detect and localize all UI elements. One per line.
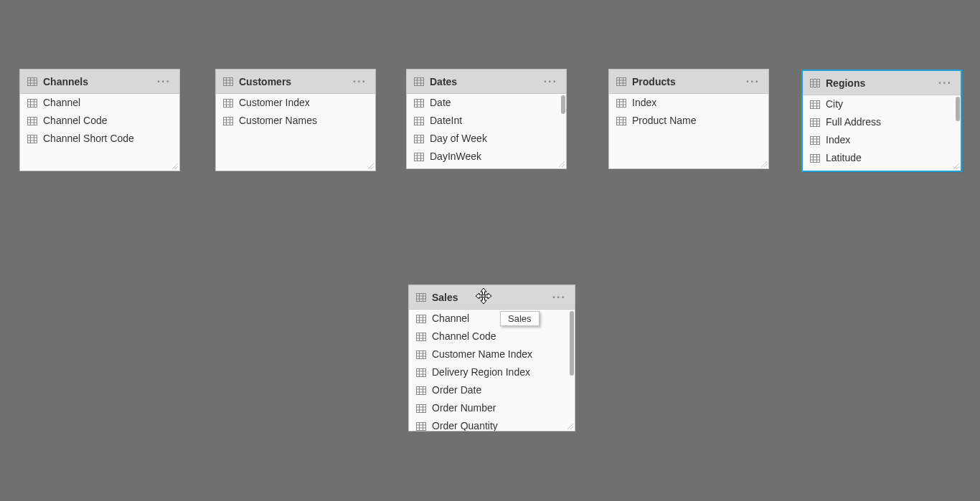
field-label: Full Address bbox=[826, 115, 881, 129]
field-row[interactable]: City bbox=[803, 95, 961, 113]
field-row[interactable]: DateInt bbox=[407, 112, 566, 130]
scrollbar-thumb[interactable] bbox=[561, 95, 565, 114]
svg-rect-27 bbox=[224, 99, 233, 107]
field-label: Product Name bbox=[632, 114, 696, 128]
field-label: Customer Name Index bbox=[432, 348, 532, 361]
more-options-icon[interactable]: ··· bbox=[745, 75, 761, 88]
field-row[interactable]: Order Number bbox=[409, 399, 575, 417]
svg-rect-110 bbox=[417, 293, 426, 301]
field-label: Latitude bbox=[826, 151, 862, 165]
svg-rect-54 bbox=[415, 135, 424, 143]
table-header[interactable]: Sales ··· bbox=[409, 285, 575, 310]
table-title: Products bbox=[632, 76, 745, 87]
field-label: Index bbox=[826, 133, 850, 147]
more-options-icon[interactable]: ··· bbox=[352, 75, 368, 88]
column-icon bbox=[810, 100, 820, 109]
svg-rect-140 bbox=[417, 404, 426, 412]
svg-line-20 bbox=[172, 163, 178, 169]
column-icon bbox=[416, 368, 426, 377]
column-icon bbox=[416, 386, 426, 395]
field-label: Order Date bbox=[432, 383, 481, 397]
table-card-dates[interactable]: Dates ··· Date DateInt Day of Week DayIn… bbox=[406, 69, 567, 169]
svg-line-151 bbox=[570, 426, 573, 429]
field-label: Delivery Region Index bbox=[432, 366, 530, 379]
table-header[interactable]: Regions ··· bbox=[803, 71, 961, 95]
table-body: Channel Channel Code Channel Short Code bbox=[20, 94, 179, 171]
column-icon bbox=[416, 350, 426, 359]
table-card-customers[interactable]: Customers ··· Customer Index Customer Na… bbox=[215, 69, 376, 171]
svg-rect-10 bbox=[28, 117, 37, 125]
field-row[interactable]: Day of Week bbox=[407, 130, 566, 148]
field-row[interactable]: Index bbox=[609, 94, 768, 112]
field-row[interactable]: Order Date bbox=[409, 381, 575, 399]
svg-rect-0 bbox=[28, 77, 37, 85]
field-row[interactable]: Date bbox=[407, 94, 566, 112]
svg-rect-59 bbox=[415, 153, 424, 161]
svg-rect-115 bbox=[417, 315, 426, 323]
field-row[interactable]: Channel bbox=[409, 310, 575, 328]
field-row[interactable]: Index bbox=[803, 131, 961, 149]
column-icon bbox=[416, 404, 426, 413]
table-header[interactable]: Customers ··· bbox=[216, 70, 375, 94]
svg-rect-83 bbox=[811, 79, 820, 87]
table-icon bbox=[414, 77, 424, 86]
table-title: Sales bbox=[432, 292, 551, 303]
field-row[interactable]: Channel bbox=[20, 94, 179, 112]
more-options-icon[interactable]: ··· bbox=[551, 291, 567, 304]
field-row[interactable]: Channel Code bbox=[20, 112, 179, 130]
table-icon bbox=[27, 77, 37, 86]
column-icon bbox=[416, 315, 426, 323]
more-options-icon[interactable]: ··· bbox=[937, 77, 953, 90]
field-row[interactable]: Product Name bbox=[609, 112, 768, 130]
field-row[interactable]: Channel Code bbox=[409, 328, 575, 345]
table-header[interactable]: Channels ··· bbox=[20, 70, 179, 94]
svg-rect-98 bbox=[811, 136, 820, 144]
table-card-sales[interactable]: Sales ··· Channel Channel Code Customer … bbox=[408, 285, 575, 431]
table-header[interactable]: Products ··· bbox=[609, 70, 768, 94]
svg-rect-44 bbox=[415, 99, 424, 107]
field-label: Channel Code bbox=[432, 330, 496, 343]
svg-rect-88 bbox=[811, 100, 820, 108]
field-row[interactable]: Customer Index bbox=[216, 94, 375, 112]
svg-rect-103 bbox=[811, 154, 820, 162]
resize-grip-icon[interactable] bbox=[566, 422, 573, 429]
resize-grip-icon[interactable] bbox=[760, 160, 767, 167]
column-icon bbox=[414, 117, 424, 125]
field-label: Customer Names bbox=[239, 114, 317, 128]
column-icon bbox=[223, 117, 233, 125]
svg-rect-76 bbox=[617, 117, 626, 125]
field-row[interactable]: Latitude bbox=[803, 149, 961, 167]
table-card-products[interactable]: Products ··· Index Product Name bbox=[608, 69, 769, 169]
field-row[interactable]: Channel Short Code bbox=[20, 130, 179, 148]
table-card-channels[interactable]: Channels ··· Channel Channel Code Channe… bbox=[19, 69, 180, 171]
svg-rect-135 bbox=[417, 386, 426, 394]
table-card-regions[interactable]: Regions ··· City Full Address Index Lati… bbox=[801, 70, 962, 172]
scrollbar-thumb[interactable] bbox=[956, 97, 960, 121]
table-title: Customers bbox=[239, 76, 352, 87]
table-body: Date DateInt Day of Week DayInWeek bbox=[407, 94, 566, 168]
resize-grip-icon[interactable] bbox=[171, 162, 178, 169]
resize-grip-icon[interactable] bbox=[367, 162, 374, 169]
column-icon bbox=[810, 118, 820, 127]
field-label: Channel bbox=[432, 312, 469, 325]
table-title: Regions bbox=[826, 77, 937, 89]
more-options-icon[interactable]: ··· bbox=[156, 75, 172, 88]
resize-grip-icon[interactable] bbox=[952, 162, 959, 169]
resize-grip-icon[interactable] bbox=[557, 160, 565, 167]
column-icon bbox=[616, 117, 626, 125]
field-row[interactable]: Customer Name Index bbox=[409, 345, 575, 363]
field-row[interactable]: DayInWeek bbox=[407, 148, 566, 166]
field-row[interactable]: Delivery Region Index bbox=[409, 363, 575, 381]
table-header[interactable]: Dates ··· bbox=[407, 70, 566, 94]
field-row[interactable]: Full Address bbox=[803, 113, 961, 131]
more-options-icon[interactable]: ··· bbox=[542, 75, 559, 88]
scrollbar-thumb[interactable] bbox=[570, 311, 574, 376]
field-label: Channel bbox=[43, 96, 80, 110]
field-row[interactable]: Order Quantity bbox=[409, 417, 575, 431]
column-icon bbox=[414, 153, 424, 161]
column-icon bbox=[223, 99, 233, 108]
svg-line-65 bbox=[562, 164, 565, 167]
svg-rect-130 bbox=[417, 368, 426, 376]
field-row[interactable]: Customer Names bbox=[216, 112, 375, 130]
svg-rect-125 bbox=[417, 350, 426, 358]
